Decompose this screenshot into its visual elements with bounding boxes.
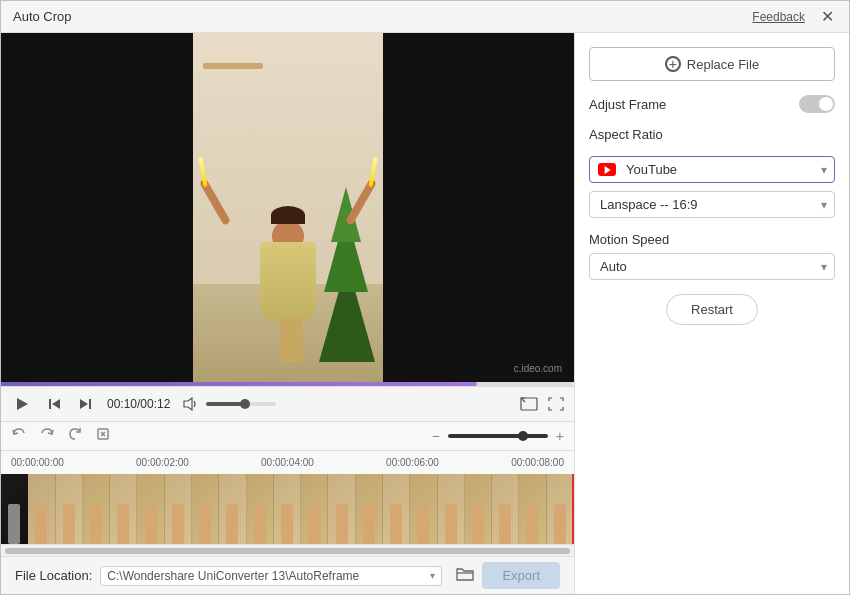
- timeline-toolbar: − +: [1, 421, 574, 450]
- skip-forward-button[interactable]: [75, 393, 97, 415]
- ruler-mark-4: 00:00:08:00: [511, 457, 564, 468]
- film-frame: [56, 474, 83, 544]
- timeline-left-tools: [11, 426, 111, 446]
- video-controls: 00:10/00:12: [1, 386, 574, 421]
- film-frame: [383, 474, 410, 544]
- film-frame: [519, 474, 546, 544]
- zoom-slider[interactable]: [448, 434, 548, 438]
- footer: File Location: C:\Wondershare UniConvert…: [1, 556, 574, 594]
- aspect-ratio-select[interactable]: YouTube: [589, 156, 835, 183]
- motion-speed-label: Motion Speed: [589, 232, 835, 247]
- feedback-link[interactable]: Feedback: [752, 10, 805, 24]
- motion-speed-section: Motion Speed Auto ▾: [589, 232, 835, 280]
- scrollbar-track: [5, 548, 570, 554]
- file-path-text: C:\Wondershare UniConverter 13\AutoRefra…: [107, 569, 426, 583]
- film-frame: [547, 474, 574, 544]
- timeline-ruler: 00:00:00:00 00:00:02:00 00:00:04:00 00:0…: [1, 450, 574, 474]
- adjust-frame-row: Adjust Frame: [589, 95, 835, 113]
- playhead: [572, 474, 574, 544]
- close-button[interactable]: ✕: [817, 7, 837, 27]
- aspect-ratio-sub-value: Lanspace -- 16:9: [600, 197, 698, 212]
- progress-fill: [1, 382, 477, 386]
- timeline-scrollbar[interactable]: [1, 544, 574, 556]
- file-location-label: File Location:: [15, 568, 92, 583]
- plus-icon: +: [665, 56, 681, 72]
- redo-button[interactable]: [39, 426, 55, 446]
- motion-speed-select[interactable]: Auto: [589, 253, 835, 280]
- right-panel: + Replace File Adjust Frame Aspect Ratio…: [574, 33, 849, 594]
- aspect-ratio-value: YouTube: [626, 162, 677, 177]
- film-frame: [1, 474, 28, 544]
- svg-marker-5: [184, 398, 192, 410]
- timeline-right-tools: − +: [432, 428, 564, 444]
- rotate-button[interactable]: [67, 426, 83, 446]
- title-bar: Auto Crop Feedback ✕: [1, 1, 849, 33]
- youtube-icon: [598, 163, 616, 176]
- aspect-ratio-section: Aspect Ratio YouTube ▾ Lanspace -- 16:9 …: [589, 127, 835, 218]
- toggle-knob: [819, 97, 833, 111]
- film-frame: [83, 474, 110, 544]
- film-frame: [492, 474, 519, 544]
- skip-back-button[interactable]: [43, 393, 65, 415]
- aspect-ratio-select-wrap: YouTube ▾: [589, 156, 835, 183]
- ruler-mark-2: 00:00:04:00: [261, 457, 314, 468]
- svg-rect-3: [89, 399, 91, 409]
- title-bar-right: Feedback ✕: [752, 7, 837, 27]
- ruler-mark-0: 00:00:00:00: [11, 457, 64, 468]
- left-panel: c.ideo.com 00:10/00:12: [1, 33, 574, 594]
- film-frame: [219, 474, 246, 544]
- adjust-frame-toggle[interactable]: [799, 95, 835, 113]
- file-path-dropdown-arrow[interactable]: ▾: [430, 570, 435, 581]
- film-frame: [438, 474, 465, 544]
- fit-to-screen-button[interactable]: [520, 397, 538, 411]
- replace-file-button[interactable]: + Replace File: [589, 47, 835, 81]
- scrollbar-thumb[interactable]: [5, 548, 570, 554]
- watermark: c.ideo.com: [514, 363, 562, 374]
- video-preview: c.ideo.com: [1, 33, 574, 382]
- film-frame: [328, 474, 355, 544]
- aspect-ratio-sub-select-wrap: Lanspace -- 16:9 ▾: [589, 191, 835, 218]
- folder-browse-button[interactable]: [456, 566, 474, 586]
- file-path-wrap: C:\Wondershare UniConverter 13\AutoRefra…: [100, 566, 442, 586]
- svg-marker-4: [80, 399, 88, 409]
- film-frames: [1, 474, 574, 544]
- ruler-marks: 00:00:00:00 00:00:02:00 00:00:04:00 00:0…: [11, 457, 564, 468]
- undo-button[interactable]: [11, 426, 27, 446]
- aspect-ratio-label: Aspect Ratio: [589, 127, 835, 142]
- replace-file-label: Replace File: [687, 57, 759, 72]
- film-frame: [28, 474, 55, 544]
- export-button[interactable]: Export: [482, 562, 560, 589]
- adjust-frame-label: Adjust Frame: [589, 97, 666, 112]
- film-frame: [137, 474, 164, 544]
- video-progress-bar[interactable]: [1, 382, 574, 386]
- film-frame: [410, 474, 437, 544]
- film-frame: [110, 474, 137, 544]
- motion-speed-select-wrap: Auto ▾: [589, 253, 835, 280]
- time-display: 00:10/00:12: [107, 397, 170, 411]
- film-frame: [247, 474, 274, 544]
- timeline-strip[interactable]: [1, 474, 574, 544]
- volume-slider[interactable]: [206, 402, 276, 406]
- window-title: Auto Crop: [13, 9, 72, 24]
- svg-marker-2: [52, 399, 60, 409]
- svg-rect-1: [49, 399, 51, 409]
- fullscreen-button[interactable]: [548, 397, 564, 411]
- volume-icon[interactable]: [180, 393, 202, 415]
- film-frame: [274, 474, 301, 544]
- motion-speed-value: Auto: [600, 259, 627, 274]
- volume-control: [180, 393, 276, 415]
- film-frame: [165, 474, 192, 544]
- zoom-out-button[interactable]: −: [432, 428, 440, 444]
- play-button[interactable]: [11, 393, 33, 415]
- trim-delete-button[interactable]: [95, 426, 111, 446]
- film-frame: [301, 474, 328, 544]
- restart-button[interactable]: Restart: [666, 294, 758, 325]
- app-window: Auto Crop Feedback ✕: [0, 0, 850, 595]
- film-frame: [192, 474, 219, 544]
- aspect-ratio-sub-select[interactable]: Lanspace -- 16:9: [589, 191, 835, 218]
- main-content: c.ideo.com 00:10/00:12: [1, 33, 849, 594]
- zoom-in-button[interactable]: +: [556, 428, 564, 444]
- video-area: c.ideo.com: [1, 33, 574, 382]
- film-frame: [465, 474, 492, 544]
- svg-marker-0: [17, 398, 28, 410]
